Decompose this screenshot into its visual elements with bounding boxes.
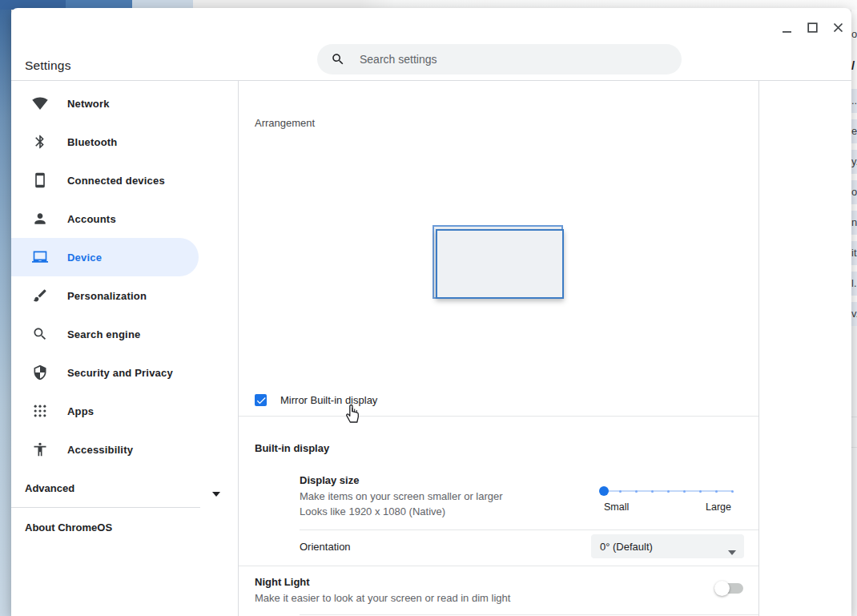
slider-knob[interactable]	[599, 486, 609, 496]
shield-icon	[32, 364, 48, 380]
slider-tick	[635, 490, 638, 493]
accessibility-icon	[32, 441, 48, 457]
slider-tick	[715, 490, 718, 493]
minimize-icon[interactable]	[781, 22, 793, 34]
apps-icon	[32, 403, 48, 419]
window-controls	[781, 22, 844, 34]
sidebar-item-security-and-privacy[interactable]: Security and Privacy	[11, 353, 238, 392]
sidebar-item-accessibility[interactable]: Accessibility	[11, 430, 238, 469]
sidebar-item-bluetooth[interactable]: Bluetooth	[11, 123, 238, 161]
background-text-fragment: ..	[851, 89, 857, 113]
display-size-description: Make items on your screen smaller or lar…	[300, 490, 503, 502]
night-light-description: Make it easier to look at your screen or…	[255, 592, 510, 604]
settings-window: Settings Search settings NetworkBluetoot…	[11, 8, 851, 616]
sidebar-item-about-chromeos[interactable]: About ChromeOS	[11, 508, 238, 546]
slider-tick	[651, 490, 654, 493]
desktop: o/..e!y.on.itl..v. Settings Search setti…	[0, 0, 857, 616]
chevron-down-icon	[728, 544, 736, 549]
brush-icon	[32, 288, 48, 304]
background-text-fragment: e!	[851, 119, 857, 143]
sidebar-item-search-engine[interactable]: Search engine	[11, 315, 238, 353]
sidebar-nav: NetworkBluetoothConnected devicesAccount…	[11, 81, 238, 616]
chevron-down-icon	[212, 485, 220, 490]
background-text-fragment: n.	[851, 211, 857, 235]
maximize-icon[interactable]	[807, 22, 819, 34]
toggle-knob	[714, 581, 730, 596]
bluetooth-icon	[32, 134, 48, 150]
slider-max-label: Large	[706, 501, 731, 513]
sidebar-item-apps[interactable]: Apps	[11, 392, 238, 430]
search-input[interactable]: Search settings	[317, 44, 682, 74]
background-text-fragment: it	[851, 241, 857, 265]
sidebar-item-accounts[interactable]: Accounts	[11, 199, 238, 238]
background-text-fragment: o	[851, 22, 857, 46]
background-window-lower	[851, 320, 857, 616]
background-window-divider	[851, 417, 857, 417]
close-icon[interactable]	[832, 22, 844, 34]
sidebar-item-network[interactable]: Network	[11, 84, 238, 123]
arrangement-section-label: Arrangement	[255, 117, 315, 129]
mirrored-display-front[interactable]	[436, 229, 564, 299]
search-icon	[331, 52, 345, 66]
sidebar-item-device[interactable]: Device	[11, 238, 199, 276]
slider-tick	[699, 490, 702, 493]
sidebar-advanced-toggle[interactable]: Advanced	[11, 469, 238, 507]
person-icon	[32, 211, 48, 227]
display-size-slider[interactable]	[599, 486, 737, 496]
display-size-label: Display size	[300, 474, 359, 486]
background-text-fragment: v.	[851, 302, 857, 326]
background-text-fragment: y.	[851, 150, 857, 174]
search-placeholder: Search settings	[360, 53, 437, 66]
orientation-dropdown[interactable]: 0° (Default)	[591, 534, 744, 558]
background-window-divider	[851, 447, 857, 448]
section-divider	[239, 416, 758, 417]
slider-tick	[667, 490, 670, 493]
search-icon	[32, 326, 48, 342]
display-settings-card: Arrangement Mirror Built-in display Buil…	[238, 81, 759, 616]
sidebar-item-connected-devices[interactable]: Connected devices	[11, 161, 238, 199]
background-text-fragment: o	[851, 180, 857, 204]
wifi-icon	[32, 95, 48, 111]
background-text-fragment: l..	[851, 272, 857, 296]
mirror-display-label: Mirror Built-in display	[280, 394, 377, 406]
sidebar-item-personalization[interactable]: Personalization	[11, 276, 238, 315]
display-size-resolution-note: Looks like 1920 x 1080 (Native)	[300, 505, 445, 517]
orientation-label: Orientation	[300, 541, 351, 553]
mirror-display-checkbox[interactable]	[255, 394, 267, 406]
builtin-display-section-label: Built-in display	[255, 442, 329, 454]
smartphone-icon	[32, 172, 48, 188]
night-light-label: Night Light	[255, 576, 310, 588]
row-divider	[300, 529, 758, 530]
laptop-icon	[32, 249, 48, 265]
slider-tick	[619, 490, 622, 493]
row-divider	[300, 614, 758, 615]
slider-tick	[683, 490, 686, 493]
night-light-toggle[interactable]	[714, 581, 743, 597]
slider-min-label: Small	[604, 501, 629, 513]
slider-tick	[731, 490, 734, 493]
background-text-fragment: /	[851, 54, 857, 78]
page-title: Settings	[25, 58, 71, 73]
wallpaper-left-strip	[0, 10, 11, 616]
section-divider	[239, 566, 758, 566]
orientation-value: 0° (Default)	[600, 541, 653, 553]
